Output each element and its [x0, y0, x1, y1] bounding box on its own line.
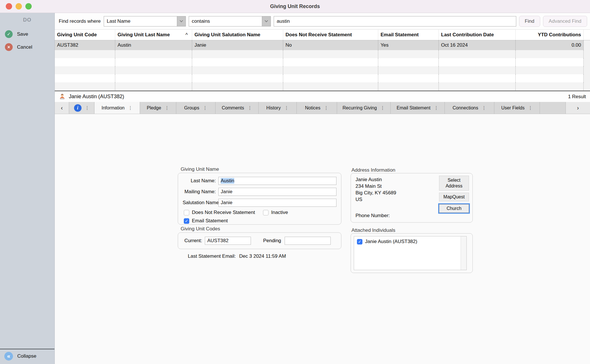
cancel-x-icon: × — [5, 43, 13, 51]
tab-information[interactable]: Information⋮ — [94, 102, 140, 114]
chevron-down-icon — [177, 16, 186, 26]
tab-pledge[interactable]: Pledge⋮ — [140, 102, 176, 114]
info-icon: i — [74, 104, 82, 112]
attached-individuals-list: ✓ Janie Austin (AUST382) — [354, 236, 467, 270]
tab-info[interactable]: i ⋮ — [69, 102, 94, 114]
tab-options-icon[interactable]: ⋮ — [324, 105, 328, 111]
does-not-receive-statement-checkbox[interactable] — [184, 210, 189, 215]
attached-individual-row[interactable]: ✓ Janie Austin (AUST382) — [357, 239, 458, 244]
mailing-name-field[interactable] — [218, 188, 336, 196]
collapse-chevrons-icon: « — [4, 352, 13, 361]
list-scrollbar[interactable] — [461, 236, 466, 270]
tabs-scroll-right-button[interactable]: › — [566, 102, 590, 114]
email-statement-label: Email Statement — [192, 218, 228, 224]
current-code-field[interactable] — [205, 237, 251, 245]
zoom-window-button[interactable] — [25, 3, 32, 10]
tab-options-icon[interactable]: ⋮ — [203, 105, 207, 111]
column-header-ytd-contributions[interactable]: YTD Contributions — [516, 30, 584, 40]
column-header-last-contribution-date[interactable]: Last Contribution Date — [439, 30, 516, 40]
close-window-button[interactable] — [6, 3, 12, 10]
address-line: US — [355, 196, 396, 203]
attached-individual-label: Janie Austin (AUST382) — [365, 239, 417, 244]
tab-bar: ‹ i ⋮ Information⋮ Pledge⋮ Groups⋮ Comme… — [55, 102, 590, 114]
last-name-field[interactable]: Austin — [218, 177, 336, 185]
tab-options-icon[interactable]: ⋮ — [434, 105, 438, 111]
person-icon — [59, 93, 66, 100]
search-input[interactable] — [274, 16, 516, 26]
tab-options-icon[interactable]: ⋮ — [380, 105, 385, 111]
chevron-left-icon: ‹ — [61, 105, 63, 111]
cell-email-statement: Yes — [378, 40, 439, 50]
sort-ascending-icon: ^ — [186, 32, 190, 38]
table-scrollbar[interactable] — [584, 40, 590, 50]
operator-dropdown-value: contains — [189, 16, 262, 26]
address-information-group-label: Address Information — [351, 167, 395, 173]
empty-table-row — [55, 82, 590, 90]
cell-last-contribution-date: Oct 16 2024 — [439, 40, 516, 50]
field-dropdown-value: Last Name — [104, 16, 177, 26]
tab-options-icon[interactable]: ⋮ — [128, 105, 133, 111]
column-header-giving-unit-last-name[interactable]: Giving Unit Last Name^ — [115, 30, 192, 40]
minimize-window-button[interactable] — [16, 3, 22, 10]
giving-unit-codes-group-label: Giving Unit Codes — [181, 226, 220, 232]
window-title: Giving Unit Records — [0, 3, 590, 10]
operator-dropdown[interactable]: contains — [189, 16, 271, 26]
title-bar: Giving Unit Records — [0, 0, 590, 13]
search-label: Find records where — [59, 18, 101, 24]
tabs-scroll-left-button[interactable]: ‹ — [55, 102, 69, 114]
tab-options-icon[interactable]: ⋮ — [482, 105, 486, 111]
column-header-email-statement[interactable]: Email Statement — [378, 30, 439, 40]
table-scrollbar-gutter — [584, 30, 590, 40]
inactive-label: Inactive — [271, 210, 288, 215]
collapse-button[interactable]: « Collapse — [0, 349, 54, 364]
tab-history[interactable]: History⋮ — [259, 102, 297, 114]
attached-individuals-group-label: Attached Individuals — [351, 227, 395, 233]
tab-groups[interactable]: Groups⋮ — [176, 102, 215, 114]
find-button[interactable]: Find — [519, 16, 540, 27]
tab-options-icon[interactable]: ⋮ — [247, 105, 252, 111]
table-row[interactable]: AUST382 Austin Janie No Yes Oct 16 2024 … — [55, 40, 590, 50]
address-line: Big City, KY 45689 — [355, 189, 396, 196]
tab-comments[interactable]: Comments⋮ — [215, 102, 259, 114]
result-count: 1 Result — [568, 94, 586, 100]
save-button[interactable]: ✓ Save — [0, 28, 54, 41]
tab-recurring-giving[interactable]: Recurring Giving⋮ — [337, 102, 391, 114]
column-header-giving-unit-code[interactable]: Giving Unit Code — [55, 30, 115, 40]
last-name-label: Last Name: — [183, 178, 218, 184]
cancel-label: Cancel — [17, 44, 32, 50]
tab-options-icon[interactable]: ⋮ — [284, 105, 289, 111]
salutation-name-field[interactable] — [218, 199, 336, 207]
church-button[interactable]: Church — [439, 204, 469, 213]
select-address-button[interactable]: Select Address — [439, 176, 469, 191]
last-statement-email-row: Last Statement Email: Dec 3 2024 11:59 A… — [188, 253, 286, 259]
tab-options-icon[interactable]: ⋮ — [85, 105, 90, 111]
giving-unit-name-group: Last Name: Austin Mailing Name: Salutati… — [178, 173, 341, 225]
empty-table-row — [55, 58, 590, 66]
tab-user-fields[interactable]: User Fields⋮ — [494, 102, 540, 114]
column-header-giving-unit-salutation-name[interactable]: Giving Unit Salutation Name — [192, 30, 283, 40]
tab-connections[interactable]: Connections⋮ — [445, 102, 494, 114]
last-statement-email-value: Dec 3 2024 11:59 AM — [239, 253, 286, 259]
column-header-does-not-receive-statement[interactable]: Does Not Receive Statement — [283, 30, 378, 40]
inactive-checkbox[interactable] — [263, 210, 268, 215]
tab-options-icon[interactable]: ⋮ — [528, 105, 533, 111]
sidebar: DO ✓ Save × Cancel « Collapse — [0, 13, 55, 364]
mapquest-button[interactable]: MapQuest — [439, 193, 469, 201]
advanced-find-button[interactable]: Advanced Find — [543, 16, 587, 27]
attached-individual-checkbox[interactable]: ✓ — [357, 239, 362, 244]
empty-table-row — [55, 74, 590, 82]
last-name-value: Austin — [221, 178, 234, 184]
cell-giving-unit-code: AUST382 — [55, 40, 115, 50]
field-dropdown[interactable]: Last Name — [104, 16, 186, 26]
pending-code-field[interactable] — [285, 237, 331, 245]
cancel-button[interactable]: × Cancel — [0, 41, 54, 54]
does-not-receive-statement-label: Does Not Receive Statement — [192, 210, 255, 215]
chevron-down-icon — [262, 16, 271, 26]
tab-notices[interactable]: Notices⋮ — [297, 102, 337, 114]
cell-does-not-receive-statement: No — [283, 40, 378, 50]
email-statement-checkbox[interactable]: ✓ — [184, 218, 189, 224]
tab-options-icon[interactable]: ⋮ — [164, 105, 169, 111]
tab-bar-filler — [540, 102, 566, 114]
attached-individuals-group: ✓ Janie Austin (AUST382) — [351, 233, 473, 273]
tab-email-statement[interactable]: Email Statement⋮ — [391, 102, 445, 114]
